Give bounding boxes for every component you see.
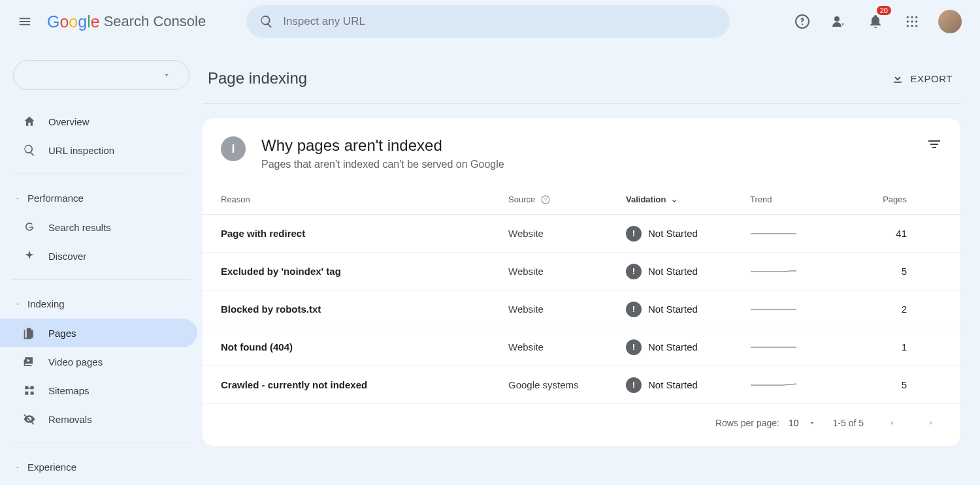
row-source: Website (508, 228, 626, 239)
filter-button[interactable] (926, 136, 942, 152)
hamburger-icon (18, 14, 32, 29)
people-gear-icon (831, 14, 847, 29)
property-selector[interactable] (13, 60, 189, 90)
row-reason: Blocked by robots.txt (221, 304, 508, 315)
bell-icon (868, 14, 883, 29)
col-reason: Reason (221, 195, 508, 204)
sidebar-item-url-inspection[interactable]: URL inspection (0, 136, 197, 164)
chevron-down-icon (163, 71, 171, 79)
row-trend (750, 305, 822, 313)
next-page-button[interactable] (920, 416, 942, 430)
sidebar-item-search-results[interactable]: Search results (0, 213, 197, 242)
exclamation-icon: ! (626, 226, 642, 242)
col-validation[interactable]: Validation (626, 195, 750, 204)
page-title: Page indexing (208, 69, 307, 87)
not-indexed-card: i Why pages aren't indexed Pages that ar… (203, 118, 960, 446)
svg-text:?: ? (544, 196, 547, 202)
notifications-button[interactable]: 20 (865, 11, 886, 32)
url-inspect-search[interactable] (246, 5, 730, 38)
prev-page-button[interactable] (881, 416, 903, 430)
sidebar-item-video-pages[interactable]: Video pages (0, 347, 197, 376)
export-button[interactable]: EXPORT (891, 72, 953, 85)
sidebar-item-label: Overview (48, 116, 90, 127)
chevron-down-icon[interactable] (808, 419, 816, 427)
home-icon (23, 115, 36, 128)
row-trend (750, 343, 822, 351)
sidebar-item-label: Video pages (48, 356, 103, 368)
svg-point-3 (915, 16, 917, 18)
brand-name: Search Console (104, 13, 206, 30)
svg-point-9 (915, 25, 917, 27)
sidebar-item-label: Removals (48, 414, 92, 425)
video-pages-icon (23, 355, 36, 368)
eye-off-icon (23, 413, 36, 426)
table-row[interactable]: Blocked by robots.txt Website ! Not Star… (203, 290, 960, 328)
info-icon: i (221, 136, 246, 161)
row-reason: Page with redirect (221, 228, 508, 239)
sidebar-section-experience[interactable]: Experience (0, 452, 203, 482)
sidebar-item-removals[interactable]: Removals (0, 405, 197, 433)
help-icon[interactable]: ? (540, 195, 551, 205)
svg-point-7 (907, 25, 909, 27)
sidebar-section-performance[interactable]: Performance (0, 183, 203, 213)
row-pages: 5 (822, 266, 907, 277)
sidebar-item-discover[interactable]: Discover (0, 242, 197, 270)
svg-point-8 (911, 25, 913, 27)
chevron-right-icon (926, 418, 936, 428)
row-validation: ! Not Started (626, 264, 750, 279)
sidebar-section-indexing[interactable]: Indexing (0, 289, 203, 319)
pages-icon (23, 326, 36, 339)
row-trend (750, 268, 822, 275)
col-source: Source ? (508, 195, 626, 205)
menu-button[interactable] (12, 8, 38, 35)
row-pages: 5 (822, 379, 907, 390)
exclamation-icon: ! (626, 302, 642, 317)
row-trend (750, 381, 822, 389)
table-row[interactable]: Not found (404) Website ! Not Started 1 (203, 328, 960, 366)
table-header-row: Reason Source ? Validation Trend Pages (203, 185, 960, 215)
sidebar-item-label: Search results (48, 222, 111, 233)
row-trend (750, 230, 822, 238)
download-icon (891, 72, 904, 85)
row-validation: ! Not Started (626, 339, 750, 355)
sidebar-item-label: Sitemaps (48, 385, 90, 396)
col-pages: Pages (822, 195, 907, 204)
row-reason: Crawled - currently not indexed (221, 379, 508, 390)
table-row[interactable]: Page with redirect Website ! Not Started… (203, 215, 960, 253)
row-source: Website (508, 304, 626, 315)
table-row[interactable]: Excluded by 'noindex' tag Website ! Not … (203, 253, 960, 290)
sidebar-item-pages[interactable]: Pages (0, 319, 197, 347)
row-pages: 2 (822, 304, 907, 315)
notification-count-badge: 20 (877, 6, 891, 15)
arrow-down-icon (670, 195, 679, 204)
app-logo: Google Search Console (47, 12, 206, 31)
exclamation-icon: ! (626, 377, 642, 393)
svg-point-5 (911, 20, 913, 22)
row-reason: Excluded by 'noindex' tag (221, 266, 508, 277)
table-row[interactable]: Crawled - currently not indexed Google s… (203, 366, 960, 404)
avatar[interactable] (938, 10, 962, 33)
people-settings-button[interactable] (828, 11, 849, 32)
card-title: Why pages aren't indexed (261, 136, 504, 155)
chevron-down-icon (14, 195, 21, 202)
search-icon (23, 144, 36, 157)
row-validation: ! Not Started (626, 302, 750, 317)
help-button[interactable] (792, 11, 813, 32)
sidebar-item-sitemaps[interactable]: Sitemaps (0, 376, 197, 405)
row-validation: ! Not Started (626, 377, 750, 393)
row-pages: 41 (822, 228, 907, 239)
apps-button[interactable] (902, 11, 923, 32)
row-pages: 1 (822, 341, 907, 352)
row-reason: Not found (404) (221, 341, 508, 352)
page-range: 1-5 of 5 (833, 418, 864, 428)
card-subtitle: Pages that aren't indexed can't be serve… (261, 159, 504, 170)
row-validation: ! Not Started (626, 226, 750, 242)
sidebar-item-overview[interactable]: Overview (0, 107, 197, 136)
apps-grid-icon (906, 15, 919, 28)
row-source: Website (508, 341, 626, 352)
svg-point-4 (907, 20, 909, 22)
rows-per-page-value[interactable]: 10 (789, 418, 799, 428)
search-input[interactable] (283, 15, 717, 28)
exclamation-icon: ! (626, 264, 642, 279)
exclamation-icon: ! (626, 339, 642, 355)
